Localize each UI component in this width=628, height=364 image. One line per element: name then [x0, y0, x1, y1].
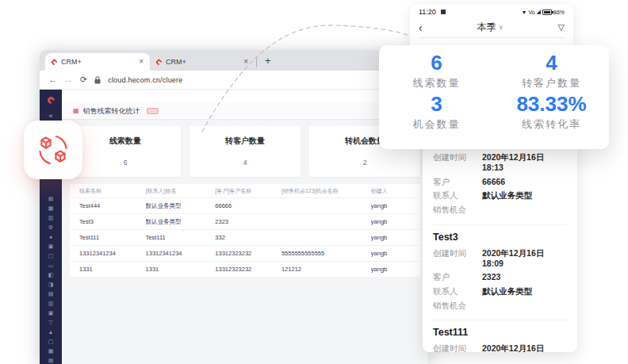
table-header-cell: 线索名称: [79, 187, 146, 195]
field-label: 创建时间: [433, 343, 474, 352]
phone-list-item[interactable]: Test3 创建时间 2020年12月16日 18:09 客户 2323: [433, 232, 567, 321]
table-cell: 13312341234: [146, 250, 216, 257]
phone-back-icon[interactable]: ‹: [419, 22, 423, 33]
module-tab-title[interactable]: 销售线索转化统计: [83, 106, 140, 117]
lock-icon: [94, 76, 101, 84]
field-label: 客户: [433, 177, 474, 187]
table-row[interactable]: Test444默认业务类型66666yangb: [71, 197, 419, 213]
sidebar-app-icon[interactable]: ▽: [48, 320, 52, 325]
table-row[interactable]: 1331234123413312341234133123232325555555…: [71, 245, 419, 261]
sidebar-app-icon[interactable]: ▭: [48, 262, 54, 268]
marketing-composition: CRM+ × CRM+ × + ← → ⟳ cloud.hecom.cn/clu…: [0, 0, 628, 364]
sidebar-app-icon[interactable]: ▤: [48, 196, 54, 201]
phone-list-item[interactable]: 创建时间 2020年12月16日 18:13 客户 66666 联系人 默认业务…: [433, 152, 567, 225]
sidebar-app-icon[interactable]: ▥: [48, 215, 54, 220]
table-cell: yangb: [371, 250, 411, 257]
lead-fields: 创建时间 2020年12月16日 18:09 客户 2323 联系人 默认业务类…: [433, 248, 567, 311]
close-tab-icon[interactable]: ×: [139, 58, 144, 66]
phone-status-bar: 11:20 ▼ Vo ◢ 86%: [419, 8, 565, 16]
phone-stat: 6 线索数量: [379, 52, 494, 90]
lead-field-row: 创建时间 2020年12月16日 18:09: [433, 248, 567, 269]
sidebar-app-icon[interactable]: ▢: [48, 253, 54, 259]
phone-lead-list-card: 创建时间 2020年12月16日 18:13 客户 66666 联系人 默认业务…: [423, 141, 577, 352]
table-header-cell: [联系人]姓名: [146, 187, 216, 195]
table-row[interactable]: 1331133113312323232121212yangb: [71, 261, 419, 277]
filter-icon[interactable]: ▽: [558, 22, 565, 33]
phone-stat: 4 转客户数量: [494, 52, 609, 90]
lead-field-row: 创建时间 2020年12月16日 18:13: [433, 152, 567, 173]
phone-stat-value: 6: [431, 52, 442, 75]
table-cell: 66666: [215, 202, 281, 209]
sidebar-app-icon[interactable]: ◧: [48, 272, 54, 278]
forward-icon[interactable]: →: [64, 75, 73, 84]
table-header-cell: [客户]客户名称: [215, 187, 281, 195]
phone-stat-value: 3: [431, 93, 442, 117]
period-dropdown[interactable]: 本季 ∨: [477, 21, 504, 34]
new-tab-button[interactable]: +: [260, 55, 276, 71]
crm-app-frame: « ▤▦▥⚙●▣▢▭◧◨▤▥▣▽▲▢▦▤ ▦ 销售线索转化统计 线: [40, 90, 428, 364]
browser-tab-crm-inactive[interactable]: CRM+ ×: [150, 53, 255, 71]
wifi-icon: ▼: [521, 10, 527, 15]
url-text[interactable]: cloud.hecom.cn/cluere: [108, 76, 182, 84]
stat-card: 转客户数量 4: [190, 126, 301, 177]
sidebar-app-icon[interactable]: ▣: [48, 310, 54, 316]
table-row[interactable]: Test111Test111332yangb: [71, 229, 419, 245]
sidebar-app-icon[interactable]: ▤: [48, 291, 54, 297]
stat-card-value: 6: [124, 159, 128, 167]
table-body: Test444默认业务类型66666yangb Test3默认业务类型2323y…: [71, 197, 419, 277]
phone-stat-value: 83.33%: [516, 93, 586, 117]
sidebar-app-icon[interactable]: ▦: [48, 205, 54, 211]
sidebar-app-icon[interactable]: ◨: [48, 282, 54, 287]
phone-stat-value: 4: [546, 52, 557, 75]
sidebar-app-icon[interactable]: ▣: [48, 243, 54, 249]
phone-stat: 3 机会数量: [379, 93, 494, 132]
table-cell: 1331: [146, 266, 216, 273]
sidebar-app-icon[interactable]: ▤: [48, 358, 54, 363]
field-value: 默认业务类型: [482, 190, 532, 201]
table-cell: 2323: [215, 218, 281, 225]
phone-stat-label: 线索转化率: [522, 117, 581, 132]
table-header-cell: [销售机会123]机会名称: [281, 187, 371, 195]
tab-divider: [256, 57, 257, 67]
crm-top-navbar: [62, 90, 428, 103]
crm-logo-icon: [46, 95, 56, 105]
field-label: 销售机会: [433, 205, 474, 215]
stat-card-value: 4: [243, 159, 247, 167]
table-cell: 1331: [79, 266, 146, 273]
phone-nav-bar: ‹ 本季 ∨ ▽: [419, 17, 565, 38]
browser-window: CRM+ × CRM+ × + ← → ⟳ cloud.hecom.cn/clu…: [40, 50, 428, 364]
lead-field-row: 销售机会: [433, 301, 567, 311]
sidebar-app-icon[interactable]: ▢: [48, 339, 54, 344]
table-cell: 332: [215, 234, 281, 241]
lead-field-row: 客户 66666: [433, 177, 567, 187]
table-row[interactable]: Test3默认业务类型2323yangb: [71, 213, 419, 229]
collapse-sidebar-icon[interactable]: «: [48, 112, 52, 120]
sidebar-app-icon[interactable]: ●: [49, 234, 52, 239]
module-grid-icon: ▦: [73, 108, 79, 114]
phone-stat-label: 机会数量: [413, 117, 461, 132]
phone-list-item[interactable]: Test111 创建时间 2020年12月16日 15:52 客户 332: [433, 327, 567, 352]
battery-percent: 86%: [553, 10, 565, 15]
browser-tab-crm-active[interactable]: CRM+ ×: [45, 53, 150, 71]
back-icon[interactable]: ←: [48, 75, 57, 84]
stat-card-label: 线索数量: [109, 136, 141, 147]
stat-card: 线索数量 6: [70, 126, 181, 177]
table-cell: Test3: [79, 218, 146, 225]
close-tab-icon[interactable]: ×: [243, 58, 248, 66]
reload-icon[interactable]: ⟳: [80, 75, 87, 84]
field-label: 创建时间: [433, 248, 474, 269]
stat-card-row: 线索数量 6 转客户数量 4 转机会数量 2: [62, 120, 428, 183]
sidebar-app-icon[interactable]: ▲: [48, 329, 54, 335]
browser-address-bar: ← → ⟳ cloud.hecom.cn/cluere: [40, 71, 428, 90]
sidebar-app-icon[interactable]: ▦: [48, 348, 54, 354]
sidebar-app-icon[interactable]: ▥: [48, 301, 54, 306]
field-value: 66666: [482, 177, 505, 187]
lead-title: Test3: [433, 232, 567, 243]
lead-field-row: 联系人 默认业务类型: [433, 286, 567, 297]
sidebar-app-icon[interactable]: ⚙: [48, 224, 53, 230]
table-cell: 13312323232: [215, 250, 281, 257]
field-label: 创建时间: [433, 152, 474, 173]
sync-cubes-icon: [36, 132, 71, 167]
field-label: 联系人: [433, 286, 474, 297]
table-cell: Test111: [79, 234, 146, 241]
